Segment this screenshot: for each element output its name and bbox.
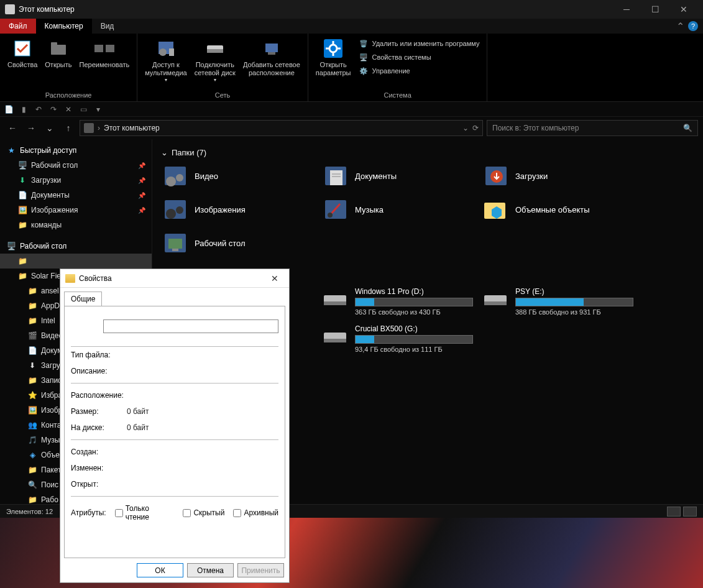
svg-rect-4 (106, 45, 114, 52)
sidebar-item-pictures[interactable]: 🖼️Изображения📌 (0, 203, 152, 218)
folder-downloads[interactable]: Загрузки (482, 163, 637, 188)
drive-d[interactable]: Windows 11 Pro (D:)363 ГБ свободно из 43… (321, 287, 477, 316)
archive-checkbox[interactable]: Архивный (233, 508, 278, 517)
folder-pictures[interactable]: Изображения (161, 197, 316, 222)
capacity-bar (515, 298, 633, 306)
minimize-button[interactable]: ─ (612, 0, 641, 19)
uninstall-button[interactable]: 🗑️Удалить или изменить программу (359, 37, 480, 50)
sidebar-item-documents[interactable]: 📄Документы📌 (0, 188, 152, 203)
svg-rect-35 (172, 249, 178, 251)
qat-more-icon[interactable]: ▾ (93, 104, 103, 114)
sidebar-item-commands[interactable]: 📁команды (0, 218, 152, 232)
search-box[interactable]: Поиск в: Этот компьютер 🔍 (487, 120, 698, 136)
folder-icon: 📁 (27, 375, 37, 385)
star-icon: ⭐ (27, 390, 37, 400)
ok-button[interactable]: ОК (137, 563, 183, 577)
drive-e[interactable]: PSY (E:)388 ГБ свободно из 931 ГБ (482, 287, 637, 316)
apply-button[interactable]: Применить (237, 563, 284, 577)
manage-icon: ⚙️ (359, 66, 369, 76)
forward-button[interactable]: → (24, 121, 39, 136)
svg-point-6 (159, 48, 167, 56)
properties-dialog[interactable]: Свойства ✕ Общие Тип файла: Описание: Ра… (60, 269, 290, 583)
quick-access-header[interactable]: ★Быстрый доступ (0, 143, 152, 158)
up-button[interactable]: ↑ (61, 121, 76, 136)
maximize-button[interactable]: ☐ (641, 0, 669, 19)
pin-icon: 📌 (138, 162, 145, 169)
dialog-titlebar[interactable]: Свойства ✕ (60, 269, 289, 288)
folder-icon: 📁 (27, 286, 37, 296)
desc-label: Описание: (71, 367, 127, 375)
folder-music[interactable]: Музыка (321, 197, 477, 222)
address-bar[interactable]: › Этот компьютер ⌄ ⟳ (80, 120, 483, 136)
titlebar[interactable]: Этот компьютер ─ ☐ ✕ (0, 0, 703, 19)
qat-copy-icon[interactable]: ▮ (19, 104, 29, 114)
folder-desktop[interactable]: Рабочий стол (161, 231, 316, 255)
created-label: Создан: (71, 448, 127, 456)
objects-folder-icon (482, 197, 509, 222)
tab-view[interactable]: Вид (92, 19, 123, 34)
sidebar-item-downloads[interactable]: ⬇Загрузки📌 (0, 173, 152, 188)
tab-file[interactable]: Файл (0, 19, 36, 34)
refresh-icon[interactable]: ⟳ (472, 124, 479, 132)
collapse-ribbon-icon[interactable]: ⌃ (676, 21, 684, 32)
desktop-header[interactable]: 🖥️Рабочий стол (0, 239, 152, 254)
sidebar-item-empty[interactable]: 📁 (0, 254, 152, 269)
map-drive-icon (205, 39, 225, 58)
folder-icon (65, 274, 75, 283)
tab-general[interactable]: Общие (64, 292, 102, 306)
back-button[interactable]: ← (5, 121, 20, 136)
svg-rect-39 (484, 301, 507, 305)
qat-delete-icon[interactable]: ✕ (63, 104, 73, 114)
qat-undo-icon[interactable]: ↶ (34, 104, 44, 114)
modified-label: Изменен: (71, 464, 127, 472)
size-label: Размер: (71, 407, 127, 416)
svg-rect-10 (265, 44, 278, 52)
tab-computer[interactable]: Компьютер (36, 19, 92, 34)
folder-icon: 📁 (27, 465, 37, 475)
system-properties-button[interactable]: 🖥️Свойства системы (359, 51, 480, 63)
rename-icon (94, 39, 114, 58)
folder-3d-objects[interactable]: Объемные объекты (482, 197, 637, 222)
folder-icon: 📁 (27, 495, 37, 504)
help-icon[interactable]: ? (688, 21, 698, 31)
pictures-icon: 🖼️ (17, 205, 27, 215)
manage-button[interactable]: ⚙️Управление (359, 65, 480, 77)
contacts-icon: 👥 (27, 420, 37, 430)
svg-rect-1 (51, 45, 66, 55)
properties-icon (12, 39, 32, 58)
qat-redo-icon[interactable]: ↷ (48, 104, 58, 114)
view-details-button[interactable] (667, 507, 681, 517)
folder-large-icon (71, 315, 96, 338)
open-button[interactable]: Открыть (41, 35, 75, 71)
view-large-button[interactable] (683, 507, 697, 517)
quick-access-toolbar: 📄 ▮ ↶ ↷ ✕ ▭ ▾ (0, 102, 703, 117)
folders-section-header[interactable]: ⌄Папки (7) (161, 144, 694, 163)
downloads-icon: ⬇ (27, 361, 37, 370)
qat-new-icon[interactable]: 📄 (4, 104, 14, 114)
folder-video[interactable]: Видео (161, 163, 316, 188)
name-input[interactable] (103, 319, 278, 333)
dialog-close-button[interactable]: ✕ (265, 273, 284, 283)
address-dropdown-icon[interactable]: ⌄ (462, 124, 469, 132)
net-location-icon (262, 39, 282, 58)
rename-button[interactable]: Переименовать (76, 35, 134, 71)
drive-g[interactable]: Crucial BX500 (G:)93,4 ГБ свободно из 11… (321, 324, 477, 353)
drive-icon (482, 287, 509, 312)
desktop-icon: 🖥️ (17, 160, 27, 170)
properties-button[interactable]: Свойства (4, 35, 41, 71)
close-button[interactable]: ✕ (669, 0, 698, 19)
folder-documents[interactable]: Документы (321, 163, 477, 188)
map-drive-button[interactable]: Подключить сетевой диск ▾ (191, 35, 239, 86)
recent-dropdown[interactable]: ⌄ (42, 121, 57, 136)
qat-props-icon[interactable]: ▭ (78, 104, 88, 114)
sidebar-item-desktop[interactable]: 🖥️Рабочий стол📌 (0, 158, 152, 173)
svg-rect-2 (51, 42, 57, 46)
readonly-checkbox[interactable]: Только чтение (115, 504, 175, 521)
add-net-location-button[interactable]: Добавить сетевое расположение (239, 35, 304, 80)
media-access-button[interactable]: Доступ к мультимедиа ▾ (141, 35, 191, 86)
hidden-checkbox[interactable]: Скрытый (183, 508, 224, 517)
item-count: Элементов: 12 (6, 508, 53, 515)
open-settings-button[interactable]: Открыть параметры (312, 35, 355, 80)
svg-rect-34 (168, 239, 182, 249)
cancel-button[interactable]: Отмена (187, 563, 234, 577)
